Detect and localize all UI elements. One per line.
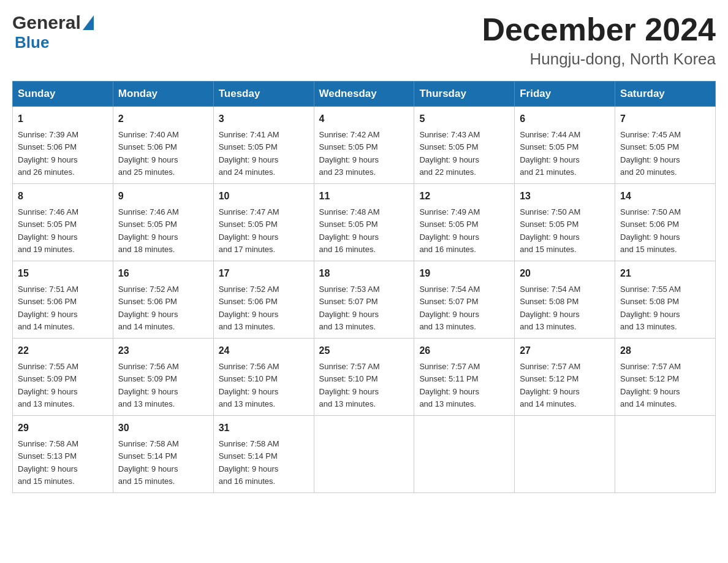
day-number: 20	[520, 266, 610, 281]
day-number: 7	[620, 112, 710, 126]
day-number: 11	[319, 189, 409, 204]
calendar-cell: 14 Sunrise: 7:50 AMSunset: 5:06 PMDaylig…	[615, 184, 716, 261]
calendar-subtitle: Hungju-dong, North Korea	[482, 50, 716, 69]
calendar-cell: 30 Sunrise: 7:58 AMSunset: 5:14 PMDaylig…	[113, 416, 213, 493]
logo-general-text: General	[12, 12, 81, 33]
day-info: Sunrise: 7:58 AMSunset: 5:13 PMDaylight:…	[18, 439, 78, 486]
calendar-cell: 31 Sunrise: 7:58 AMSunset: 5:14 PMDaylig…	[213, 416, 314, 493]
calendar-cell: 8 Sunrise: 7:46 AMSunset: 5:05 PMDayligh…	[13, 184, 113, 261]
calendar-cell: 9 Sunrise: 7:46 AMSunset: 5:05 PMDayligh…	[113, 184, 213, 261]
day-number: 3	[219, 112, 309, 126]
day-number: 19	[419, 266, 509, 281]
calendar-header-row: SundayMondayTuesdayWednesdayThursdayFrid…	[13, 82, 716, 107]
day-number: 18	[319, 266, 409, 281]
calendar-cell: 23 Sunrise: 7:56 AMSunset: 5:09 PMDaylig…	[113, 339, 213, 416]
day-number: 4	[319, 112, 409, 126]
day-number: 29	[18, 421, 108, 435]
calendar-cell: 25 Sunrise: 7:57 AMSunset: 5:10 PMDaylig…	[314, 339, 414, 416]
day-number: 23	[118, 343, 208, 358]
day-number: 15	[18, 266, 108, 281]
day-info: Sunrise: 7:42 AMSunset: 5:05 PMDaylight:…	[319, 130, 380, 177]
logo: General Blue	[12, 12, 94, 52]
day-info: Sunrise: 7:47 AMSunset: 5:05 PMDaylight:…	[219, 207, 279, 254]
day-number: 30	[118, 421, 208, 435]
day-number: 27	[520, 343, 610, 358]
svg-marker-0	[83, 15, 94, 30]
calendar-cell: 13 Sunrise: 7:50 AMSunset: 5:05 PMDaylig…	[515, 184, 615, 261]
calendar-cell	[615, 416, 716, 493]
calendar-cell: 6 Sunrise: 7:44 AMSunset: 5:05 PMDayligh…	[515, 107, 615, 184]
day-number: 9	[118, 189, 208, 204]
day-info: Sunrise: 7:57 AMSunset: 5:12 PMDaylight:…	[620, 362, 681, 408]
calendar-cell: 2 Sunrise: 7:40 AMSunset: 5:06 PMDayligh…	[113, 107, 213, 184]
title-section: December 2024 Hungju-dong, North Korea	[482, 12, 716, 69]
day-info: Sunrise: 7:57 AMSunset: 5:10 PMDaylight:…	[319, 362, 380, 408]
logo-blue-text: Blue	[15, 33, 49, 52]
day-info: Sunrise: 7:58 AMSunset: 5:14 PMDaylight:…	[219, 439, 279, 486]
day-info: Sunrise: 7:52 AMSunset: 5:06 PMDaylight:…	[219, 285, 279, 331]
day-number: 25	[319, 343, 409, 358]
calendar-cell: 21 Sunrise: 7:55 AMSunset: 5:08 PMDaylig…	[615, 261, 716, 339]
calendar-cell	[515, 416, 615, 493]
day-number: 31	[219, 421, 309, 435]
calendar-cell: 22 Sunrise: 7:55 AMSunset: 5:09 PMDaylig…	[13, 339, 113, 416]
header-friday: Friday	[515, 82, 615, 107]
calendar-title: December 2024	[482, 12, 716, 47]
calendar-week-1: 1 Sunrise: 7:39 AMSunset: 5:06 PMDayligh…	[13, 107, 716, 184]
day-info: Sunrise: 7:40 AMSunset: 5:06 PMDaylight:…	[118, 130, 179, 177]
day-number: 16	[118, 266, 208, 281]
day-info: Sunrise: 7:50 AMSunset: 5:06 PMDaylight:…	[620, 207, 681, 254]
day-info: Sunrise: 7:52 AMSunset: 5:06 PMDaylight:…	[118, 285, 179, 331]
calendar-cell: 16 Sunrise: 7:52 AMSunset: 5:06 PMDaylig…	[113, 261, 213, 339]
calendar-cell	[314, 416, 414, 493]
calendar-cell: 3 Sunrise: 7:41 AMSunset: 5:05 PMDayligh…	[213, 107, 314, 184]
day-info: Sunrise: 7:55 AMSunset: 5:09 PMDaylight:…	[18, 362, 78, 408]
calendar-cell: 5 Sunrise: 7:43 AMSunset: 5:05 PMDayligh…	[414, 107, 515, 184]
header-sunday: Sunday	[13, 82, 113, 107]
calendar-cell: 7 Sunrise: 7:45 AMSunset: 5:05 PMDayligh…	[615, 107, 716, 184]
calendar-cell: 18 Sunrise: 7:53 AMSunset: 5:07 PMDaylig…	[314, 261, 414, 339]
calendar-cell: 24 Sunrise: 7:56 AMSunset: 5:10 PMDaylig…	[213, 339, 314, 416]
day-number: 17	[219, 266, 309, 281]
day-number: 28	[620, 343, 710, 358]
day-number: 5	[419, 112, 509, 126]
day-number: 2	[118, 112, 208, 126]
day-number: 26	[419, 343, 509, 358]
day-info: Sunrise: 7:48 AMSunset: 5:05 PMDaylight:…	[319, 207, 380, 254]
day-info: Sunrise: 7:41 AMSunset: 5:05 PMDaylight:…	[219, 130, 279, 177]
calendar-cell: 27 Sunrise: 7:57 AMSunset: 5:12 PMDaylig…	[515, 339, 615, 416]
day-number: 13	[520, 189, 610, 204]
calendar-cell: 17 Sunrise: 7:52 AMSunset: 5:06 PMDaylig…	[213, 261, 314, 339]
day-info: Sunrise: 7:46 AMSunset: 5:05 PMDaylight:…	[18, 207, 78, 254]
day-info: Sunrise: 7:45 AMSunset: 5:05 PMDaylight:…	[620, 130, 681, 177]
day-number: 10	[219, 189, 309, 204]
calendar-cell: 28 Sunrise: 7:57 AMSunset: 5:12 PMDaylig…	[615, 339, 716, 416]
header-wednesday: Wednesday	[314, 82, 414, 107]
calendar-week-2: 8 Sunrise: 7:46 AMSunset: 5:05 PMDayligh…	[13, 184, 716, 261]
calendar-cell: 19 Sunrise: 7:54 AMSunset: 5:07 PMDaylig…	[414, 261, 515, 339]
calendar-cell: 11 Sunrise: 7:48 AMSunset: 5:05 PMDaylig…	[314, 184, 414, 261]
day-info: Sunrise: 7:55 AMSunset: 5:08 PMDaylight:…	[620, 285, 681, 331]
calendar-week-4: 22 Sunrise: 7:55 AMSunset: 5:09 PMDaylig…	[13, 339, 716, 416]
day-info: Sunrise: 7:53 AMSunset: 5:07 PMDaylight:…	[319, 285, 380, 331]
day-number: 14	[620, 189, 710, 204]
day-number: 21	[620, 266, 710, 281]
day-number: 22	[18, 343, 108, 358]
day-info: Sunrise: 7:43 AMSunset: 5:05 PMDaylight:…	[419, 130, 480, 177]
header-tuesday: Tuesday	[213, 82, 314, 107]
page-header: General Blue December 2024 Hungju-dong, …	[12, 12, 716, 69]
calendar-cell: 10 Sunrise: 7:47 AMSunset: 5:05 PMDaylig…	[213, 184, 314, 261]
calendar-week-5: 29 Sunrise: 7:58 AMSunset: 5:13 PMDaylig…	[13, 416, 716, 493]
day-number: 6	[520, 112, 610, 126]
day-number: 12	[419, 189, 509, 204]
day-number: 24	[219, 343, 309, 358]
day-info: Sunrise: 7:56 AMSunset: 5:10 PMDaylight:…	[219, 362, 279, 408]
calendar-cell: 15 Sunrise: 7:51 AMSunset: 5:06 PMDaylig…	[13, 261, 113, 339]
header-monday: Monday	[113, 82, 213, 107]
calendar-cell: 1 Sunrise: 7:39 AMSunset: 5:06 PMDayligh…	[13, 107, 113, 184]
calendar-cell: 29 Sunrise: 7:58 AMSunset: 5:13 PMDaylig…	[13, 416, 113, 493]
header-saturday: Saturday	[615, 82, 716, 107]
day-info: Sunrise: 7:44 AMSunset: 5:05 PMDaylight:…	[520, 130, 580, 177]
day-info: Sunrise: 7:56 AMSunset: 5:09 PMDaylight:…	[118, 362, 179, 408]
day-info: Sunrise: 7:58 AMSunset: 5:14 PMDaylight:…	[118, 439, 179, 486]
